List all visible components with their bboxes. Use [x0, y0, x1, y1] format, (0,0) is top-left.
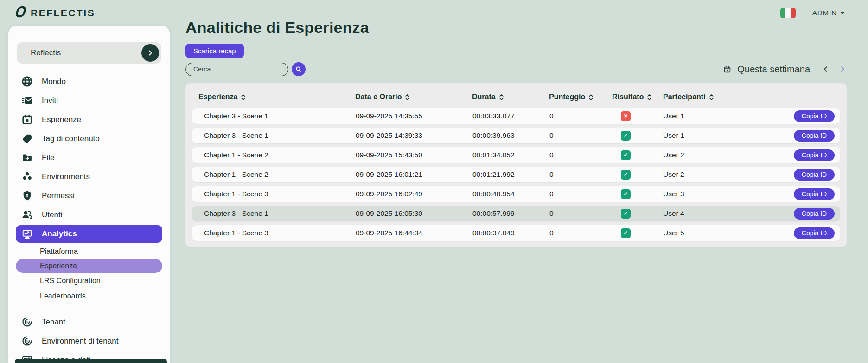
- sidebar-item-tenant[interactable]: Tenant: [8, 312, 170, 331]
- cell-punteggio: 0: [547, 170, 612, 179]
- sidebar-item-analytics[interactable]: Analytics: [16, 225, 162, 243]
- sort-icon: [499, 94, 504, 101]
- tag-icon: [21, 133, 33, 145]
- sidebar-subitem-label: Esperienze: [40, 262, 77, 270]
- download-recap-button[interactable]: Scarica recap: [185, 44, 244, 58]
- tenant-selector[interactable]: Reflectis: [17, 42, 161, 64]
- calendar-icon: [21, 114, 33, 126]
- search-button[interactable]: [292, 62, 306, 76]
- cell-esperienza: Chapter 1 - Scene 2: [192, 170, 353, 179]
- table-row[interactable]: Chapter 1 - Scene 2 09-09-2025 15:43:50 …: [192, 147, 840, 163]
- cell-esperienza: Chapter 1 - Scene 2: [192, 151, 353, 159]
- sidebar-item-label: Esperienze: [42, 115, 81, 124]
- copy-id-button[interactable]: Copia ID: [794, 149, 835, 161]
- sidebar-item-label: Environment di tenant: [42, 337, 118, 346]
- sidebar-subitem-label: Piattaforma: [40, 247, 78, 256]
- cell-data-orario: 09-09-2025 16:01:21: [353, 170, 470, 179]
- column-header-label: Data e Orario: [355, 93, 402, 101]
- table-row[interactable]: Chapter 1 - Scene 2 09-09-2025 16:01:21 …: [192, 167, 840, 182]
- reflectis-logo-icon: [14, 6, 26, 20]
- sidebar-item-label: Analytics: [42, 229, 77, 239]
- page-title: Analitiche di Esperienza: [185, 19, 847, 37]
- copy-id-button[interactable]: Copia ID: [794, 208, 835, 220]
- column-header-risultato[interactable]: Risultato: [612, 93, 663, 101]
- main-content: Analitiche di Esperienza Scarica recap Q…: [185, 19, 847, 247]
- sidebar-item-inviti[interactable]: Inviti: [8, 91, 170, 110]
- table-row[interactable]: Chapter 3 - Scene 1 09-09-2025 14:35:55 …: [192, 108, 840, 124]
- table-row[interactable]: Chapter 1 - Scene 3 09-09-2025 16:44:34 …: [192, 225, 840, 241]
- admin-menu[interactable]: ADMIN: [812, 9, 845, 17]
- column-header-punteggio[interactable]: Punteggio: [547, 93, 612, 101]
- cell-esperienza: Chapter 3 - Scene 1: [192, 131, 353, 140]
- sidebar-item-environments[interactable]: Environments: [8, 167, 170, 186]
- sidebar-bottom-strip: [15, 359, 167, 363]
- cell-data-orario: 09-09-2025 14:39:33: [353, 131, 470, 140]
- sidebar-item-utenti[interactable]: Utenti: [8, 205, 170, 224]
- sidebar-item-environment-di-tenant[interactable]: Environment di tenant: [8, 331, 170, 350]
- calendar-icon: [723, 65, 731, 73]
- table-body: Chapter 3 - Scene 1 09-09-2025 14:35:55 …: [192, 108, 840, 241]
- copy-id-button[interactable]: Copia ID: [794, 188, 835, 200]
- brand-logo: REFLECTIS: [14, 6, 95, 20]
- cell-partecipanti: User 5: [663, 229, 783, 237]
- column-header-label: Punteggio: [549, 93, 585, 101]
- cell-durata: 00:00:37.049: [470, 229, 547, 237]
- table-row[interactable]: Chapter 1 - Scene 3 09-09-2025 16:02:49 …: [192, 186, 840, 202]
- previous-week-button[interactable]: [822, 65, 830, 74]
- column-header-esperienza[interactable]: Esperienza: [192, 93, 353, 101]
- cell-punteggio: 0: [547, 131, 612, 140]
- chevron-right-icon[interactable]: [141, 44, 159, 62]
- copy-id-button[interactable]: Copia ID: [794, 110, 835, 122]
- mail-icon: [21, 95, 33, 107]
- cell-durata: 00:01:34.052: [470, 151, 547, 159]
- cell-data-orario: 09-09-2025 16:02:49: [353, 190, 470, 198]
- cell-punteggio: 0: [547, 190, 612, 198]
- sidebar-item-tag-di-contenuto[interactable]: Tag di contenuto: [8, 129, 170, 148]
- cell-partecipanti: User 2: [663, 151, 783, 159]
- table-row[interactable]: Chapter 3 - Scene 1 09-09-2025 16:05:30 …: [192, 206, 840, 221]
- cell-risultato: ✓: [612, 209, 663, 219]
- cell-partecipanti: User 4: [663, 209, 783, 218]
- cell-esperienza: Chapter 1 - Scene 3: [192, 229, 353, 237]
- copy-id-button[interactable]: Copia ID: [794, 169, 835, 181]
- cell-punteggio: 0: [547, 112, 612, 120]
- column-header-durata[interactable]: Durata: [470, 93, 547, 101]
- sidebar-item-esperienze[interactable]: Esperienze: [8, 110, 170, 129]
- cell-risultato: ✓: [612, 131, 663, 141]
- table-row[interactable]: Chapter 3 - Scene 1 09-09-2025 14:39:33 …: [192, 128, 840, 143]
- sidebar-item-label: File: [42, 153, 54, 162]
- cell-esperienza: Chapter 3 - Scene 1: [192, 209, 353, 218]
- cell-risultato: ✕: [612, 111, 663, 121]
- cluster-icon: [21, 171, 33, 183]
- sidebar-item-label: Tag di contenuto: [42, 134, 100, 143]
- sort-icon: [647, 94, 652, 101]
- cell-punteggio: 0: [547, 209, 612, 218]
- sidebar-subitem-piattaforma[interactable]: Piattaforma: [8, 244, 170, 259]
- next-week-button[interactable]: [839, 65, 847, 74]
- sidebar-item-file[interactable]: File: [8, 148, 170, 167]
- copy-id-button[interactable]: Copia ID: [794, 227, 835, 239]
- copy-id-button[interactable]: Copia ID: [794, 130, 835, 142]
- sidebar-nav: Mondo Inviti Esperienze Tag di contenuto…: [8, 72, 170, 363]
- column-header-data-orario[interactable]: Data e Orario: [353, 93, 470, 101]
- sort-icon: [405, 94, 410, 101]
- check-badge-icon: ✓: [621, 209, 631, 219]
- sidebar-item-mondo[interactable]: Mondo: [8, 72, 170, 91]
- cell-data-orario: 09-09-2025 16:44:34: [353, 229, 470, 237]
- column-header-label: Risultato: [612, 93, 644, 101]
- cell-data-orario: 09-09-2025 14:35:55: [353, 112, 470, 120]
- search-bar: [185, 62, 306, 76]
- spiral-icon: [21, 335, 33, 347]
- column-header-label: Durata: [472, 93, 496, 101]
- sidebar-subitem-esperienze[interactable]: Esperienze: [16, 259, 162, 273]
- table-header-row: Esperienza Data e Orario Durata Punteggi…: [192, 89, 840, 105]
- cell-risultato: ✓: [612, 189, 663, 199]
- search-input[interactable]: [185, 63, 288, 76]
- column-header-partecipanti[interactable]: Partecipanti: [663, 93, 783, 101]
- sidebar-item-permessi[interactable]: Permessi: [8, 186, 170, 205]
- italy-flag-icon[interactable]: [780, 8, 796, 18]
- brand-name: REFLECTIS: [31, 7, 95, 19]
- sidebar-subitem-leaderboards[interactable]: Leaderboards: [8, 288, 170, 304]
- sidebar-subitem-lrs-configuration[interactable]: LRS Configuration: [8, 273, 170, 288]
- sidebar-item-label: Mondo: [42, 77, 66, 86]
